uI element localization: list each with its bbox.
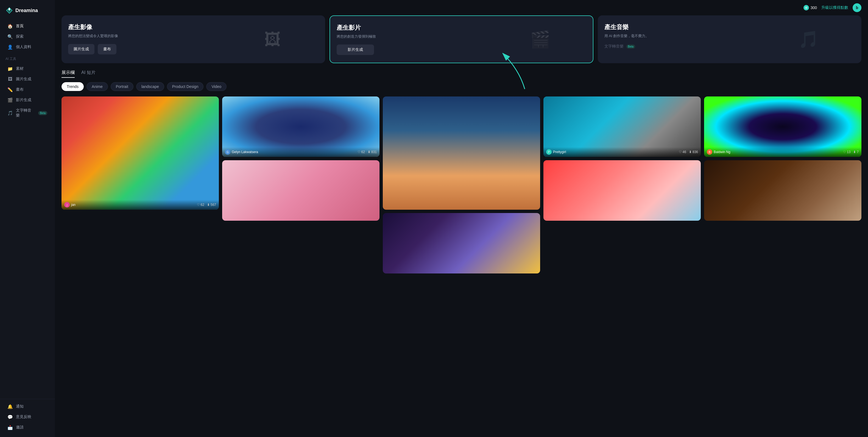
sidebar-label-profile: 個人資料 — [16, 45, 31, 50]
sidebar-item-profile[interactable]: 👤 個人資料 — [2, 42, 53, 52]
grid-user-jan: j jan — [64, 202, 75, 207]
grid-stats-cat: ♡ 46 ⬇ 836 — [679, 150, 698, 154]
music-icon: 🎵 — [8, 111, 12, 115]
likes-count-cat: 46 — [683, 150, 686, 154]
sidebar-label-explore: 探索 — [16, 34, 24, 39]
grid-item-woman[interactable] — [383, 96, 540, 210]
logo-icon — [5, 7, 13, 14]
notification-icon: 🔔 — [8, 404, 12, 409]
filter-video[interactable]: Video — [206, 82, 226, 91]
avatar[interactable]: b — [852, 3, 861, 12]
filter-product-design[interactable]: Product Design — [167, 82, 204, 91]
video-gen-button[interactable]: 影片生成 — [337, 45, 374, 55]
likes-shoe: ♡ 13 — [843, 150, 850, 154]
sidebar-item-invite[interactable]: 📩 邀請 — [2, 422, 53, 433]
content-area: 🖼 產生影像 將您的想法變成令人驚嘆的影像 圖片生成 畫布 🎬 產生影片 將您的… — [55, 16, 868, 437]
downloads-count-cat: 836 — [692, 150, 698, 154]
sidebar-bottom: 🔔 通知 💬 意見反映 📩 邀請 — [0, 399, 55, 433]
grid-overlay-giraffe: j jan ♡ 62 ⬇ 567 — [62, 200, 219, 210]
user-avatar-baldwin: B — [707, 149, 712, 155]
image-gen-button[interactable]: 圖片生成 — [68, 44, 94, 54]
filter-pills: Trends Anime Portrait landscape Product … — [62, 82, 861, 91]
username-prettygirl: Prettygirl — [553, 150, 566, 154]
home-icon: 🏠 — [8, 24, 12, 29]
sidebar-item-text-music[interactable]: 🎵 文字轉音樂 Beta — [2, 105, 53, 121]
user-avatar-prettygirl: P — [546, 149, 552, 155]
sidebar-label-feedback: 意見反映 — [16, 414, 31, 419]
downloads-count-giraffe: 567 — [211, 203, 216, 207]
sidebar-item-video-gen[interactable]: 🎬 影片生成 — [2, 95, 53, 105]
header: ⊕ 300 升級以獲得點數 b — [55, 0, 868, 16]
grid-item-shoe[interactable]: B Baldwin Ng ♡ 13 ⬇ 7 — [704, 96, 861, 157]
user-avatar-jan: j — [64, 202, 70, 207]
sidebar-nav: 🏠 首頁 🔍 探索 👤 個人資料 AI 工具 📁 素材 🖼 圖片生成 ✏️ 畫布… — [0, 21, 55, 433]
main-content: ⊕ 300 升級以獲得點數 b 🖼 產生影像 將您的想法變成令人驚嘆的影像 圖片… — [55, 0, 868, 437]
sidebar-item-assets[interactable]: 📁 素材 — [2, 63, 53, 74]
sidebar-label-notifications: 通知 — [16, 404, 24, 409]
sidebar-item-feedback[interactable]: 💬 意見反映 — [2, 412, 53, 422]
logo[interactable]: Dreamina — [0, 4, 55, 21]
hero-card-music-bg: 🎵 — [756, 16, 861, 63]
canvas-button[interactable]: 畫布 — [98, 44, 117, 54]
filter-portrait[interactable]: Portrait — [111, 82, 133, 91]
downloads-shoe: ⬇ 7 — [853, 150, 859, 154]
likes-girl: ♡ 62 — [358, 150, 365, 154]
sidebar-item-notifications[interactable]: 🔔 通知 — [2, 401, 53, 412]
likes-giraffe: ♡ 62 — [197, 203, 204, 207]
upgrade-button[interactable]: 升級以獲得點數 — [821, 5, 848, 10]
download-icon-girl: ⬇ — [368, 150, 370, 154]
filter-anime[interactable]: Anime — [87, 82, 108, 91]
assets-icon: 📁 — [8, 66, 12, 71]
ai-tools-label: AI 工具 — [0, 52, 55, 63]
sidebar-item-canvas[interactable]: ✏️ 畫布 — [2, 84, 53, 95]
tab-showcase[interactable]: 展示欄 — [62, 70, 75, 78]
username-gelyn: Gelyn Lakwatsera — [232, 150, 258, 154]
grid-user-prettygirl: P Prettygirl — [546, 149, 566, 155]
sidebar-item-home[interactable]: 🏠 首頁 — [2, 21, 53, 31]
hero-card-image: 🖼 產生影像 將您的想法變成令人驚嘆的影像 圖片生成 畫布 — [62, 16, 325, 63]
grid-item-giraffe[interactable]: j jan ♡ 62 ⬇ 567 — [62, 96, 219, 210]
points-icon: ⊕ — [803, 5, 809, 10]
tab-ai-shorts[interactable]: AI 短片 — [81, 70, 96, 78]
grid-overlay-girl: G Gelyn Lakwatsera ♡ 62 ⬇ 831 — [222, 147, 379, 157]
username-baldwin: Baldwin Ng — [714, 150, 731, 154]
grid-overlay-cat: P Prettygirl ♡ 46 ⬇ 836 — [544, 147, 701, 157]
download-icon-giraffe: ⬇ — [207, 203, 210, 207]
heart-icon: ♡ — [197, 203, 200, 207]
invite-icon: 📩 — [8, 425, 12, 430]
image-grid-row2-extra — [62, 213, 861, 273]
sidebar-item-image-gen[interactable]: 🖼 圖片生成 — [2, 74, 53, 84]
explore-icon: 🔍 — [8, 34, 12, 39]
profile-icon: 👤 — [8, 45, 12, 50]
sidebar-label-invite: 邀請 — [16, 425, 24, 430]
hero-card-music: 🎵 產生音樂 用 AI 創作音樂，毫不費力。 文字轉音樂 Beta — [598, 16, 861, 63]
hero-cards: 🖼 產生影像 將您的想法變成令人驚嘆的影像 圖片生成 畫布 🎬 產生影片 將您的… — [62, 16, 861, 63]
downloads-giraffe: ⬇ 567 — [207, 203, 216, 207]
points-value: 300 — [811, 5, 817, 10]
sidebar-item-explore[interactable]: 🔍 探索 — [2, 31, 53, 42]
grid-item-girl[interactable]: G Gelyn Lakwatsera ♡ 62 ⬇ 831 — [222, 96, 379, 157]
sidebar: Dreamina 🏠 首頁 🔍 探索 👤 個人資料 AI 工具 📁 素材 🖼 圖… — [0, 0, 55, 437]
grid-stats-girl: ♡ 62 ⬇ 831 — [358, 150, 377, 154]
grid-item-zebra[interactable] — [383, 213, 540, 273]
text-to-music-button[interactable]: 文字轉音樂 Beta — [604, 44, 635, 49]
heart-icon-shoe: ♡ — [843, 150, 846, 154]
heart-icon-cat: ♡ — [679, 150, 682, 154]
likes-cat: ♡ 46 — [679, 150, 686, 154]
gallery-header: 展示欄 AI 短片 — [62, 70, 861, 78]
filter-trends[interactable]: Trends — [62, 82, 84, 91]
sidebar-label-image-gen: 圖片生成 — [16, 77, 31, 82]
hero-card-video-bg: 🎬 — [488, 16, 593, 63]
grid-item-abstract[interactable] — [222, 160, 379, 221]
beta-badge: Beta — [38, 111, 47, 115]
app-name: Dreamina — [16, 8, 38, 13]
heart-icon-girl: ♡ — [358, 150, 361, 154]
download-icon-cat: ⬇ — [689, 150, 692, 154]
grid-item-cat[interactable]: P Prettygirl ♡ 46 ⬇ 836 — [544, 96, 701, 157]
points-badge: ⊕ 300 — [803, 5, 817, 10]
user-avatar-gelyn: G — [225, 149, 230, 155]
grid-item-mushroom[interactable] — [544, 160, 701, 221]
sidebar-label-canvas: 畫布 — [16, 87, 24, 92]
grid-item-indian[interactable] — [704, 160, 861, 221]
filter-landscape[interactable]: landscape — [136, 82, 164, 91]
